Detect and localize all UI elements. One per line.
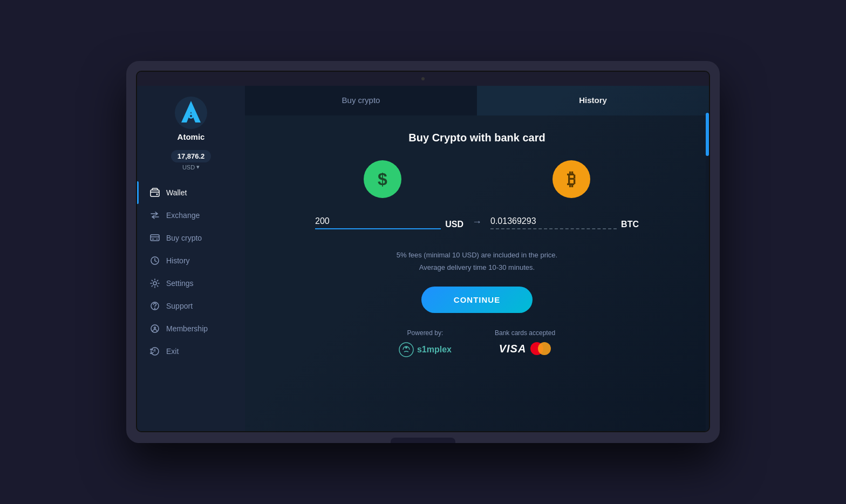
cards-label: Bank cards accepted (495, 329, 555, 337)
sidebar-item-membership[interactable]: Membership (137, 317, 245, 340)
exchange-row: USD → BTC (315, 214, 639, 229)
settings-icon (150, 278, 160, 288)
svg-point-4 (156, 194, 158, 195)
sidebar: Atomic 17,876.2 USD ▾ (137, 86, 245, 431)
laptop-shell: Atomic 17,876.2 USD ▾ (126, 61, 720, 443)
simplex-logo: s1mplex (399, 342, 452, 357)
sidebar-exit-label: Exit (166, 347, 179, 356)
svg-point-12 (405, 346, 407, 349)
page-title: Buy Crypto with bank card (408, 132, 545, 144)
fee-notice: 5% fees (minimal 10 USD) are included in… (397, 251, 557, 259)
visa-logo: VISA (499, 343, 527, 355)
tabs-bar: Buy crypto History (245, 86, 709, 115)
continue-button[interactable]: CONTINUE (421, 287, 533, 313)
to-currency-tag: BTC (621, 220, 639, 229)
app-container: Atomic 17,876.2 USD ▾ (137, 86, 709, 431)
sidebar-membership-label: Membership (166, 324, 208, 333)
sidebar-item-exit[interactable]: Exit (137, 340, 245, 363)
powered-by-label: Powered by: (407, 329, 444, 337)
currency-icons-row: $ ₿ (364, 160, 590, 198)
usd-icon-circle: $ (364, 160, 401, 198)
mastercard-right-circle (538, 342, 551, 355)
wallet-icon (150, 188, 160, 197)
simplex-icon (399, 342, 414, 357)
svg-point-2 (190, 115, 192, 117)
sidebar-item-support[interactable]: Support (137, 295, 245, 317)
exit-icon (150, 346, 160, 356)
exchange-icon (150, 210, 160, 220)
btc-symbol: ₿ (567, 169, 576, 189)
sidebar-wallet-label: Wallet (166, 188, 187, 197)
to-amount-input[interactable] (490, 214, 617, 229)
usd-symbol: $ (378, 169, 387, 189)
to-input-group: BTC (490, 214, 639, 229)
svg-point-7 (153, 282, 156, 285)
camera-dot (421, 77, 425, 80)
tab-buy-crypto[interactable]: Buy crypto (245, 86, 477, 115)
buy-crypto-icon (150, 233, 160, 243)
membership-icon (150, 324, 160, 333)
sidebar-history-label: History (166, 256, 190, 265)
tab-history[interactable]: History (477, 86, 709, 115)
sidebar-item-settings[interactable]: Settings (137, 272, 245, 295)
svg-rect-3 (151, 190, 159, 196)
svg-point-11 (399, 343, 413, 357)
sidebar-settings-label: Settings (166, 279, 194, 288)
sidebar-buy-crypto-label: Buy crypto (166, 234, 202, 242)
sidebar-item-wallet[interactable]: Wallet (137, 181, 245, 204)
sidebar-support-label: Support (166, 302, 193, 310)
laptop-notch (391, 438, 455, 443)
footer-row: Powered by: s1mplex (399, 329, 555, 357)
main-content: Buy crypto History Buy Crypto with bank … (245, 86, 709, 431)
sidebar-item-history[interactable]: History (137, 249, 245, 272)
app-name: Atomic (178, 132, 205, 141)
support-icon (150, 301, 160, 311)
powered-by-section: Powered by: s1mplex (399, 329, 452, 357)
from-currency-tag: USD (445, 220, 463, 229)
camera-bar (137, 72, 709, 86)
atomic-logo-icon (175, 97, 207, 129)
sidebar-item-buy-crypto[interactable]: Buy crypto (137, 227, 245, 249)
btc-icon-circle: ₿ (552, 160, 590, 198)
sidebar-exchange-label: Exchange (166, 211, 200, 220)
svg-rect-5 (151, 235, 159, 241)
nav-menu: Wallet Exchange (137, 181, 245, 363)
balance-badge: 17,876.2 (171, 150, 212, 162)
currency-label: USD ▾ (182, 164, 200, 171)
from-input-group: USD (315, 214, 463, 229)
history-icon (150, 256, 160, 265)
card-logos: VISA (499, 342, 551, 355)
delivery-notice: Average delivery time 10-30 minutes. (419, 263, 535, 271)
content-area: Buy Crypto with bank card $ ₿ (245, 115, 709, 431)
mastercard-logo (530, 342, 551, 355)
laptop-base (136, 432, 710, 443)
logo-area: Atomic (175, 97, 207, 141)
laptop-screen: Atomic 17,876.2 USD ▾ (136, 71, 710, 432)
cards-section: Bank cards accepted VISA (495, 329, 555, 355)
from-amount-input[interactable] (315, 214, 441, 229)
simplex-name: s1mplex (417, 345, 452, 355)
exchange-arrow-icon: → (472, 216, 482, 228)
sidebar-item-exchange[interactable]: Exchange (137, 204, 245, 227)
